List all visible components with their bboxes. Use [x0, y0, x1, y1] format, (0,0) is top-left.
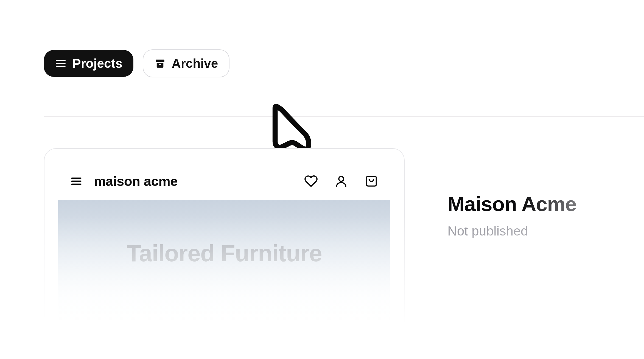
- project-info: Maison Acme Not published: [447, 192, 644, 269]
- heart-icon[interactable]: [304, 174, 318, 188]
- tab-archive[interactable]: Archive: [143, 49, 230, 77]
- project-preview: maison acme: [58, 162, 390, 354]
- menu-icon[interactable]: [70, 175, 82, 187]
- info-divider: [447, 269, 563, 269]
- svg-rect-4: [159, 64, 161, 65]
- user-icon[interactable]: [334, 174, 348, 188]
- svg-point-8: [339, 176, 344, 181]
- tabs-divider: [44, 116, 644, 117]
- svg-rect-3: [156, 60, 164, 62]
- menu-icon: [55, 58, 66, 69]
- preview-header: maison acme: [58, 162, 390, 200]
- project-status: Not published: [447, 223, 644, 239]
- shopping-bag-icon[interactable]: [365, 174, 378, 188]
- tab-archive-label: Archive: [172, 57, 218, 70]
- project-card[interactable]: maison acme: [44, 148, 405, 359]
- tab-projects[interactable]: Projects: [44, 50, 133, 77]
- preview-brand: maison acme: [94, 173, 178, 189]
- cursor-icon: [266, 102, 312, 155]
- archive-icon: [154, 58, 166, 69]
- tab-projects-label: Projects: [72, 57, 122, 70]
- tabs-row: Projects Archive: [44, 49, 229, 77]
- preview-hero: Tailored Furniture: [58, 200, 390, 354]
- project-title: Maison Acme: [447, 192, 644, 216]
- preview-hero-text: Tailored Furniture: [127, 240, 322, 267]
